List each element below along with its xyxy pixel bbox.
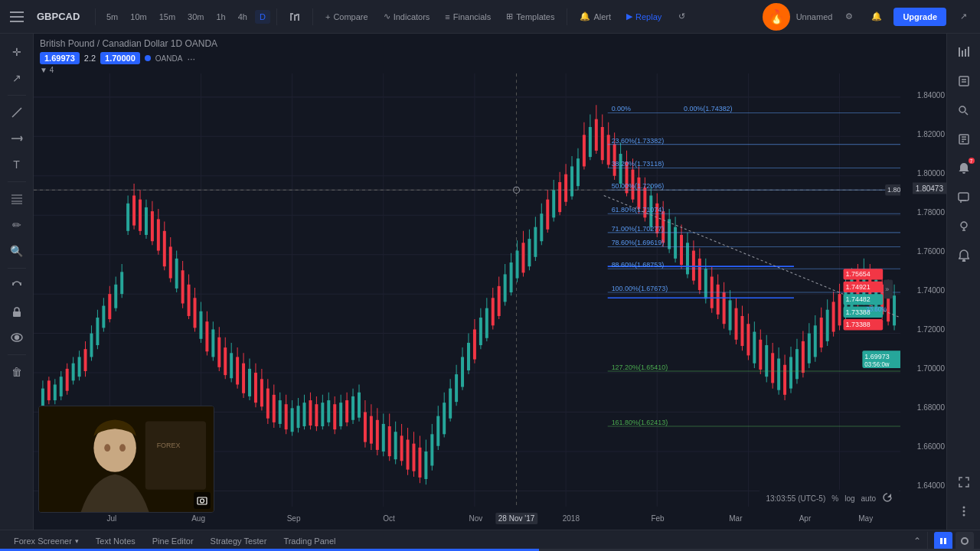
alert-side-btn[interactable]: 7 — [952, 156, 976, 181]
webcam-overlay: FOREX — [38, 406, 214, 513]
tf-30m[interactable]: 30m — [183, 10, 208, 24]
chart-type-btn[interactable] — [283, 8, 306, 25]
tf-5m[interactable]: 5m — [102, 10, 122, 24]
trading-panel-label: Trading Panel — [283, 536, 335, 546]
price-168: 1.68000 — [917, 403, 945, 411]
svg-line-6 — [12, 108, 21, 117]
chart-settings-btn[interactable] — [952, 40, 976, 64]
time-selected-date: 28 Nov '17 — [495, 513, 538, 524]
svg-text:03:56:0w: 03:56:0w — [864, 361, 889, 368]
more-btn[interactable] — [952, 499, 976, 523]
arrow-tool[interactable]: ↗ — [5, 66, 29, 90]
svg-point-18 — [15, 336, 18, 340]
svg-rect-23 — [959, 77, 969, 86]
lt-separator2 — [8, 181, 26, 182]
trend-line-tool[interactable] — [5, 100, 29, 125]
compare-btn[interactable]: + Compare — [319, 9, 374, 24]
tf-1d[interactable]: D — [255, 10, 270, 24]
time-sep: Sep — [287, 514, 301, 523]
webcam-screenshot-btn[interactable] — [194, 492, 211, 509]
bottom-bar: Forex Screener ▾ Text Notes Pine Editor … — [0, 530, 980, 551]
indicators-btn[interactable]: ∿ Indicators — [377, 8, 436, 24]
tf-10m[interactable]: 10m — [126, 10, 151, 24]
notification-side-btn[interactable] — [952, 243, 976, 268]
auto-btn[interactable]: auto — [861, 494, 876, 503]
time-may: May — [858, 514, 873, 523]
text-notes-label: Text Notes — [96, 536, 136, 546]
horizontal-line-tool[interactable] — [5, 126, 29, 151]
time-2018: 2018 — [563, 514, 580, 523]
price-axis: 1.84000 1.82000 1.80000 1.80473 1.78000 … — [900, 73, 946, 507]
svg-text:1.69973: 1.69973 — [864, 352, 889, 360]
svg-rect-22 — [968, 47, 969, 57]
upgrade-button[interactable]: Upgrade — [893, 8, 946, 26]
eye-tool[interactable] — [5, 325, 29, 350]
text-notes-tab[interactable]: Text Notes — [88, 533, 143, 549]
svg-text:38.20%(1.73118): 38.20%(1.73118) — [612, 160, 665, 168]
svg-rect-19 — [959, 47, 960, 57]
pct-btn[interactable]: % — [831, 494, 838, 503]
menu-icon[interactable] — [6, 6, 28, 28]
alert-btn[interactable]: 🔔 Alert — [573, 8, 617, 24]
trading-panel-tab[interactable]: Trading Panel — [276, 533, 343, 549]
log-btn[interactable]: log — [844, 494, 854, 503]
compare-icon: + — [325, 12, 330, 21]
tf-4h[interactable]: 4h — [234, 10, 252, 24]
replay-btn[interactable]: ▶ Replay — [620, 8, 668, 24]
user-label: Unnamed — [796, 12, 833, 21]
fib-tool[interactable] — [5, 187, 29, 211]
brush-tool[interactable]: ✏ — [5, 213, 29, 237]
svg-rect-16 — [13, 311, 21, 317]
reset-btn[interactable] — [882, 492, 893, 504]
lt-separator4 — [8, 354, 26, 355]
templates-label: Templates — [516, 12, 554, 21]
separator3 — [312, 8, 313, 25]
svg-point-26 — [959, 106, 965, 112]
price-166: 1.66000 — [917, 442, 945, 450]
svg-rect-1 — [290, 13, 293, 15]
financials-btn[interactable]: ≡ Financials — [439, 9, 497, 24]
left-toolbar: ✛ ↗ T ✏ 🔍 🗑 — [0, 34, 34, 530]
magnet-tool[interactable] — [5, 273, 29, 298]
lock-tool[interactable] — [5, 299, 29, 324]
zoom-tool[interactable]: 🔍 — [5, 239, 29, 263]
share-btn[interactable]: ↗ — [952, 6, 974, 28]
collapse-panel-btn[interactable]: ⌃ — [913, 536, 921, 546]
templates-btn[interactable]: ⊞ Templates — [500, 8, 560, 24]
undo-btn[interactable]: ↺ — [671, 6, 692, 28]
tf-15m[interactable]: 15m — [155, 10, 180, 24]
text-tool[interactable]: T — [5, 152, 29, 177]
forex-screener-tab[interactable]: Forex Screener ▾ — [6, 533, 87, 549]
strategy-tester-label: Strategy Tester — [211, 536, 267, 546]
watchlist-btn[interactable] — [952, 69, 976, 93]
svg-point-395 — [119, 444, 126, 452]
pause-btn[interactable] — [934, 532, 952, 550]
settings-btn[interactable]: ⚙ — [838, 6, 860, 28]
bottom-bar-right: ⌃ — [913, 532, 974, 550]
notification-btn[interactable]: 🔔 — [866, 6, 887, 28]
time-apr: Apr — [799, 514, 812, 523]
strategy-tester-tab[interactable]: Strategy Tester — [203, 533, 275, 549]
replay-settings-btn[interactable] — [956, 532, 974, 550]
ideas-btn[interactable] — [952, 214, 976, 239]
separator2 — [276, 8, 277, 25]
indicators-icon: ∿ — [384, 11, 390, 21]
search-btn[interactable] — [952, 98, 976, 122]
chart-status-bar: 13:03:55 (UTC-5) % log auto — [760, 490, 899, 507]
chart-more-btn[interactable]: ··· — [187, 53, 195, 64]
svg-rect-2 — [294, 16, 296, 21]
tf-1h[interactable]: 1h — [212, 10, 230, 24]
chat-btn[interactable] — [952, 185, 976, 210]
data-btn[interactable] — [952, 127, 976, 152]
time-jul: Jul — [106, 514, 116, 523]
svg-rect-20 — [962, 51, 963, 57]
pine-editor-tab[interactable]: Pine Editor — [145, 533, 201, 549]
svg-point-397 — [201, 499, 204, 503]
delete-tool[interactable]: 🗑 — [5, 360, 29, 384]
time-aug: Aug — [191, 514, 205, 523]
svg-text:0.00%: 0.00% — [612, 105, 631, 112]
expand-btn[interactable] — [952, 470, 976, 494]
crosshair-tool[interactable]: ✛ — [5, 40, 29, 64]
symbol-label[interactable]: GBPCAD — [37, 11, 83, 22]
top-toolbar: GBPCAD 5m 10m 15m 30m 1h 4h D + Compare … — [0, 0, 980, 34]
